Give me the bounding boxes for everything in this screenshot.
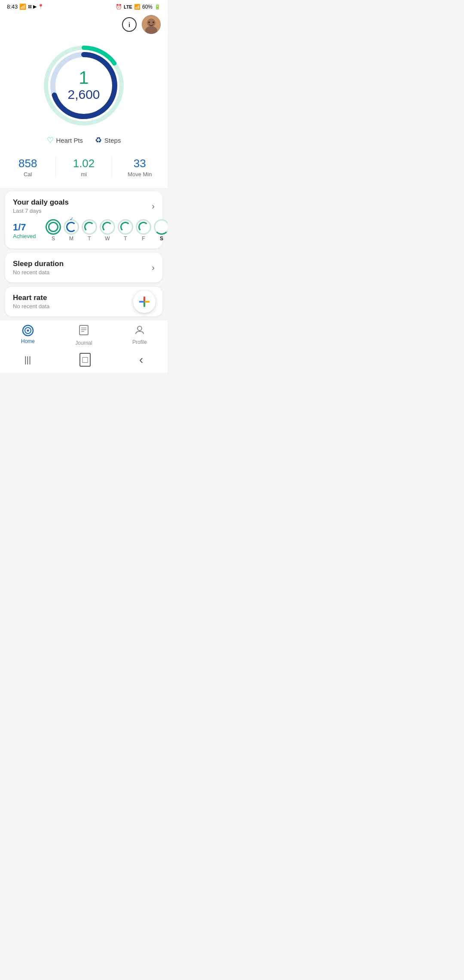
svg-point-4	[153, 21, 154, 23]
stats-row: 858 Cal 1.02 mi 33 Move Min	[0, 148, 168, 184]
day-circle-fri	[136, 219, 151, 235]
mi-stat: 1.02 mi	[56, 157, 112, 178]
heart-pts-value: 1	[67, 69, 100, 87]
journal-icon	[78, 325, 89, 338]
steps-legend: ♻ Steps	[95, 135, 121, 145]
steps-icon: ♻	[95, 135, 102, 145]
sleep-duration-header: Sleep duration No recent data ›	[13, 260, 155, 276]
system-nav: ||| □ ‹	[0, 349, 168, 373]
profile-label: Profile	[132, 339, 147, 345]
day-label-wed: W	[105, 236, 110, 242]
mi-value: 1.02	[56, 157, 111, 170]
day-label-sun: S	[52, 236, 55, 242]
day-circle-wed	[100, 219, 115, 235]
cal-stat: 858 Cal	[0, 157, 56, 178]
svg-rect-14	[145, 301, 150, 303]
signal-strength-icon: 📶	[134, 4, 140, 10]
signal-icons: ⊠ ▶ 📍	[28, 4, 44, 9]
alarm-icon: ⏰	[116, 4, 122, 10]
ring-center: 1 2,600	[67, 69, 100, 102]
day-col-fri: F	[136, 219, 151, 242]
nav-profile[interactable]: Profile	[112, 325, 168, 346]
menu-button[interactable]: |||	[24, 355, 31, 365]
main-content: 1 2,600 ♡ Heart Pts ♻ Steps 858 Cal 1.02…	[0, 36, 168, 188]
activity-ring: 1 2,600	[41, 43, 127, 129]
sleep-duration-card[interactable]: Sleep duration No recent data ›	[5, 253, 162, 282]
cal-value: 858	[0, 157, 55, 170]
svg-rect-13	[139, 301, 144, 303]
bottom-nav: Home Journal Profile	[0, 320, 168, 349]
daily-goals-title: Your daily goals	[13, 198, 69, 207]
svg-rect-11	[143, 297, 145, 301]
day-label-tue: T	[88, 236, 91, 242]
profile-icon	[134, 325, 145, 337]
cards-section: Your daily goals Last 7 days › 1/7 Achie…	[0, 188, 168, 320]
home-button[interactable]: □	[79, 353, 90, 367]
day-circle-sun	[46, 219, 61, 235]
battery-icon: 🔋	[154, 4, 161, 10]
status-right: ⏰ LTE 📶 60% 🔋	[116, 4, 161, 10]
daily-goals-subtitle: Last 7 days	[13, 208, 69, 214]
move-min-value: 33	[112, 157, 168, 170]
mi-label: mi	[56, 171, 111, 178]
day-col-thu: T	[118, 219, 133, 242]
heart-pts-legend: ♡ Heart Pts	[47, 135, 83, 145]
add-button[interactable]	[133, 291, 156, 313]
home-label: Home	[21, 338, 35, 344]
ring-legend: ♡ Heart Pts ♻ Steps	[47, 135, 121, 145]
day-col-sat: S	[154, 219, 168, 242]
move-min-stat: 33 Move Min	[112, 157, 168, 178]
day-circle-thu	[118, 219, 133, 235]
back-button[interactable]: ‹	[139, 353, 143, 367]
daily-goals-header: Your daily goals Last 7 days ›	[13, 198, 155, 214]
info-button[interactable]: i	[122, 17, 137, 32]
goals-body: 1/7 Achieved S ✓ M	[13, 219, 155, 242]
week-circles: S ✓ M T	[46, 219, 168, 242]
svg-point-3	[148, 21, 150, 23]
ring-section: 1 2,600 ♡ Heart Pts ♻ Steps	[0, 36, 168, 148]
move-min-label: Move Min	[112, 171, 168, 178]
day-label-sat: S	[160, 236, 163, 242]
status-left: 8:43 📶 ⊠ ▶ 📍	[7, 3, 44, 10]
heart-rate-title: Heart rate	[13, 294, 49, 302]
day-circle-sat	[154, 219, 168, 235]
sleep-duration-chevron-icon: ›	[152, 263, 155, 273]
daily-goals-chevron-icon: ›	[152, 201, 155, 211]
top-bar: i	[0, 12, 168, 36]
day-circle-mon: ✓	[64, 219, 79, 235]
cal-label: Cal	[0, 171, 55, 178]
achieved-fraction: 1/7	[13, 222, 39, 233]
daily-goals-card[interactable]: Your daily goals Last 7 days › 1/7 Achie…	[5, 191, 162, 248]
day-col-wed: W	[100, 219, 115, 242]
time-display: 8:43	[7, 3, 18, 10]
avatar[interactable]	[142, 15, 161, 34]
nav-journal[interactable]: Journal	[56, 325, 112, 346]
day-label-mon: M	[69, 236, 73, 242]
day-label-fri: F	[142, 236, 145, 242]
sleep-duration-title: Sleep duration	[13, 260, 64, 268]
sleep-duration-subtitle: No recent data	[13, 269, 64, 276]
achieved-text: Achieved	[13, 233, 39, 239]
checkmark-icon: ✓	[70, 216, 73, 222]
wifi-icon: 📶	[19, 3, 26, 10]
heart-rate-card[interactable]: Heart rate No recent data	[5, 287, 162, 316]
day-label-thu: T	[124, 236, 127, 242]
achieved-label: 1/7 Achieved	[13, 222, 39, 239]
home-icon	[22, 325, 34, 337]
day-col-tue: T	[82, 219, 97, 242]
battery-display: 60%	[142, 4, 153, 10]
nav-home[interactable]: Home	[0, 325, 56, 346]
steps-label: Steps	[104, 137, 121, 144]
day-circle-tue	[82, 219, 97, 235]
lte-label: LTE	[124, 4, 132, 9]
heart-rate-subtitle: No recent data	[13, 303, 49, 309]
svg-point-17	[27, 330, 29, 332]
day-col-mon: ✓ M	[64, 219, 79, 242]
svg-rect-12	[143, 302, 145, 307]
heart-pts-label: Heart Pts	[56, 137, 83, 144]
day-col-sun: S	[46, 219, 61, 242]
journal-label: Journal	[75, 340, 92, 346]
svg-point-22	[137, 326, 142, 331]
heart-pts-icon: ♡	[47, 135, 54, 145]
status-bar: 8:43 📶 ⊠ ▶ 📍 ⏰ LTE 📶 60% 🔋	[0, 0, 168, 12]
